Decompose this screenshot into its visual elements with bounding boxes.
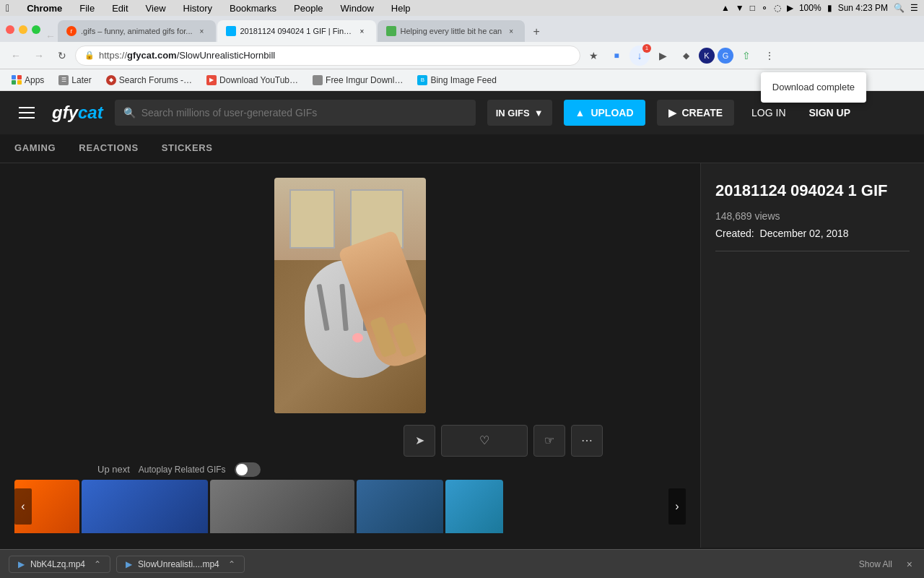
download-item-1-name: NbK4Lzq.mp4 — [30, 559, 85, 569]
new-tab-button[interactable]: + — [526, 22, 546, 42]
create-button[interactable]: ▶ CREATE — [657, 100, 735, 126]
update-available[interactable]: ⇧ — [736, 46, 757, 66]
apple-menu[interactable]:  — [6, 2, 9, 14]
nav-gaming[interactable]: GAMING — [14, 142, 56, 155]
tab-helping[interactable]: Helping every little bit he can × — [378, 20, 526, 42]
gif-views: 148,689 views — [715, 210, 910, 222]
tab-reddit[interactable]: r .gifs – funny, animated gifs for... × — [58, 20, 216, 42]
bookmark-search-forums[interactable]: ◆ Search Forums -… — [100, 74, 198, 87]
bookmark-download-youtube[interactable]: ▶ Download YouTub… — [201, 74, 304, 87]
extension-clock[interactable]: K — [699, 48, 715, 64]
history-menu[interactable]: History — [180, 2, 215, 14]
view-menu[interactable]: View — [143, 2, 169, 14]
battery-icon: ▮ — [827, 3, 832, 13]
logo-gfy: gfy — [52, 103, 78, 122]
search-icon[interactable]: 🔍 — [894, 3, 905, 13]
bookmark-star-button[interactable]: ★ — [583, 46, 603, 66]
tab-gfycat-title: 20181124 094024 1 GIF | Find... — [240, 27, 353, 35]
gfycat-site: gfycat 🔍 IN GIFS ▼ ▲ UPLOAD ▶ CREATE LOG… — [0, 91, 924, 548]
bookmark-imgur[interactable]: Free Imgur Downl… — [307, 74, 409, 87]
upload-label: UPLOAD — [590, 107, 633, 118]
maximize-window-button[interactable] — [32, 25, 40, 34]
hamburger-menu[interactable] — [14, 100, 40, 126]
thumb-3[interactable] — [210, 480, 354, 533]
menubar-right-icons: ▲ ▼ □ ⚬ ◌ ▶ 100% ▮ Sun 4:23 PM 🔍 ☰ — [721, 3, 918, 13]
hamburger-line-1 — [19, 107, 35, 108]
share-button[interactable]: ➤ — [404, 425, 435, 457]
share-icon: ➤ — [415, 434, 424, 447]
chrome-menu[interactable]: Chrome — [24, 2, 65, 14]
gif-created-label: Created: — [715, 228, 754, 239]
like-button[interactable]: ♡ — [441, 425, 528, 457]
autoplay-label: Autoplay Related GIFs — [139, 465, 226, 475]
download-chevron-2: ⌃ — [228, 559, 235, 569]
download-item-2[interactable]: ▶ SlowUnrealisti....mp4 ⌃ — [116, 556, 245, 573]
gfycat-logo[interactable]: gfycat — [52, 103, 103, 123]
thumb-5[interactable] — [445, 480, 503, 533]
apps-icon — [12, 75, 22, 85]
tab-gfycat-close[interactable]: × — [357, 26, 367, 36]
download-item-2-icon: ▶ — [126, 559, 132, 569]
extension-puzzle[interactable]: ◆ — [676, 46, 696, 66]
hamburger-line-3 — [19, 117, 35, 118]
download-item-1[interactable]: ▶ NbK4Lzq.mp4 ⌃ — [9, 556, 110, 573]
chrome-menu-button[interactable]: ⋮ — [759, 46, 780, 66]
download-chevron-1: ⌃ — [94, 559, 101, 569]
edit-menu[interactable]: Edit — [109, 2, 131, 14]
help-menu[interactable]: Help — [388, 2, 414, 14]
tab-helping-favicon — [386, 26, 396, 36]
search-input[interactable] — [141, 107, 467, 118]
bookmark-apps[interactable]: Apps — [6, 74, 50, 87]
more-options-button[interactable]: ⋯ — [571, 425, 603, 457]
cat-stripe-2 — [340, 283, 349, 331]
download-badge: 1 — [642, 44, 651, 53]
url-domain: gfycat.com — [127, 50, 177, 61]
forward-nav-button[interactable]: → — [29, 46, 49, 66]
close-download-bar-button[interactable]: × — [904, 556, 915, 573]
bookmark-later[interactable]: ☰ Later — [53, 74, 97, 87]
battery-text: 100% — [799, 3, 821, 13]
minimize-window-button[interactable] — [19, 25, 27, 34]
people-menu[interactable]: People — [291, 2, 326, 14]
bookmark-bing-label: Bing Image Feed — [430, 75, 496, 85]
heart-icon: ♡ — [479, 434, 489, 447]
file-menu[interactable]: File — [77, 2, 97, 14]
gif-info-divider — [715, 251, 910, 251]
thumb-prev-button[interactable]: ‹ — [14, 488, 32, 525]
touch-button[interactable]: ☞ — [533, 425, 565, 457]
close-window-button[interactable] — [6, 25, 14, 34]
back-button[interactable]: ← — [42, 27, 59, 45]
nav-bar: ← → ↻ 🔒 https://gfycat.com/SlowUnrealist… — [0, 42, 924, 69]
notifications-icon[interactable]: ☰ — [910, 3, 918, 13]
search-type-dropdown[interactable]: IN GIFS ▼ — [487, 100, 552, 126]
tab-reddit-close[interactable]: × — [197, 26, 207, 36]
bookmark-bing-image[interactable]: B Bing Image Feed — [411, 74, 502, 87]
thumb-2[interactable] — [82, 480, 208, 533]
thumb-next-button[interactable]: › — [668, 488, 686, 525]
gif-title: 20181124 094024 1 GIF — [715, 181, 910, 202]
bookmarks-menu[interactable]: Bookmarks — [227, 2, 279, 14]
autoplay-toggle[interactable] — [235, 462, 261, 477]
login-button[interactable]: LOG IN — [746, 107, 791, 118]
download-item-1-icon: ▶ — [18, 559, 25, 569]
back-nav-button[interactable]: ← — [6, 46, 26, 66]
tab-helping-close[interactable]: × — [506, 26, 516, 36]
gif-display — [274, 178, 426, 413]
chrome-extension-1[interactable]: ■ — [606, 46, 627, 66]
download-complete-button[interactable]: ↓ 1 — [629, 46, 650, 66]
nav-stickers[interactable]: STICKERS — [162, 142, 213, 155]
upload-button[interactable]: ▲ UPLOAD — [564, 100, 645, 126]
show-all-button[interactable]: Show All — [853, 556, 898, 572]
action-bar: ➤ ♡ ☞ ⋯ — [97, 425, 603, 457]
download-item-2-name: SlowUnrealisti....mp4 — [138, 559, 219, 569]
tab-gfycat[interactable]: 20181124 094024 1 GIF | Find... × — [217, 20, 376, 42]
cast-button[interactable]: ▶ — [653, 46, 673, 66]
thumb-4[interactable] — [357, 480, 443, 533]
window-menu[interactable]: Window — [338, 2, 377, 14]
signup-button[interactable]: SIGN UP — [803, 107, 857, 118]
reload-button[interactable]: ↻ — [52, 46, 72, 66]
gif-info-panel: 20181124 094024 1 GIF 148,689 views Crea… — [700, 163, 924, 548]
nav-reactions[interactable]: REACTIONS — [79, 142, 138, 155]
profile-avatar[interactable]: G — [718, 48, 733, 64]
address-bar[interactable]: 🔒 https://gfycat.com/SlowUnrealisticHorn… — [75, 46, 580, 66]
